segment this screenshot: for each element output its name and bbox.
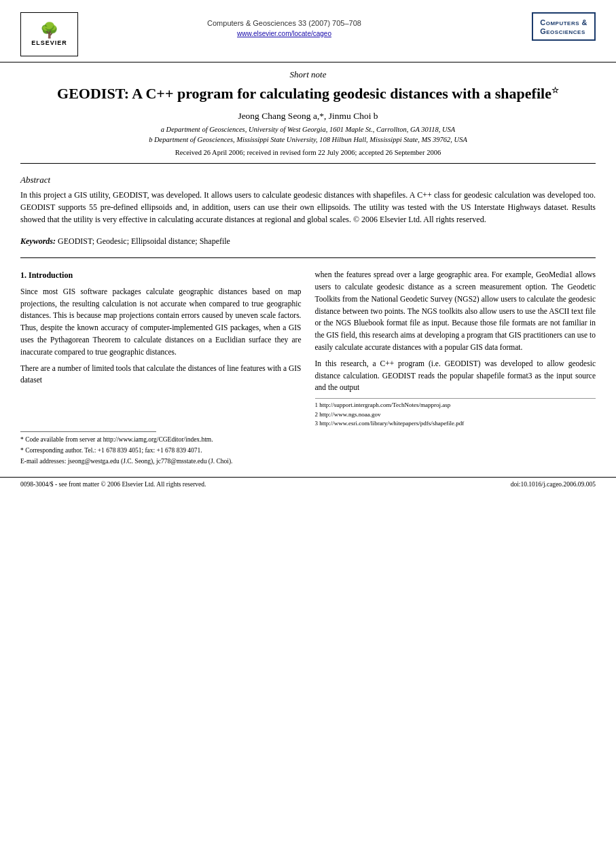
column-left: 1. Introduction Since most GIS software … [20,269,302,429]
authors-text: Jeong Chang Seong a,*, Jinmu Choi b [238,111,378,121]
short-note-label: Short note [0,69,616,80]
header: 🌳 ELSEVIER Computers & Geosciences 33 (2… [0,0,616,62]
title-text: GEODIST: A C++ program for calculating g… [57,85,551,102]
right-paragraph-1: when the features spread over a large ge… [315,269,596,354]
abstract-heading: Abstract [20,175,596,185]
footnotes-area: * Code available from server at http://w… [0,429,616,472]
body-content: 1. Introduction Since most GIS software … [0,264,616,429]
cg-logo-box: Computers & Geosciences [532,12,596,41]
elsevier-logo: 🌳 ELSEVIER [20,12,81,56]
abstract-text: In this project a GIS utility, GEODIST, … [20,189,596,226]
footnote-corresponding: * Corresponding author. Tel.: +1 678 839… [20,446,596,455]
affiliation-b: b Department of Geosciences, Mississippi… [27,135,589,145]
journal-url[interactable]: www.elsevier.com/locate/cageo [81,30,487,37]
article-title: GEODIST: A C++ program for calculating g… [27,84,589,104]
affiliations: a Department of Geosciences, University … [27,124,589,146]
abstract-section: Abstract In this project a GIS utility, … [0,169,616,234]
section1-heading: 1. Introduction [20,269,302,282]
cg-logo: Computers & Geosciences [487,12,596,41]
affiliation-a: a Department of Geosciences, University … [27,124,589,135]
footer-doi: doi:10.1016/j.cageo.2006.09.005 [511,481,596,488]
page-footer: 0098-3004/$ - see front matter © 2006 El… [0,477,616,491]
divider-2 [20,257,596,258]
footnote-code: * Code available from server at http://w… [20,435,596,444]
footer-copyright: 0098-3004/$ - see front matter © 2006 El… [20,481,206,488]
header-center: Computers & Geosciences 33 (2007) 705–70… [81,12,487,37]
keywords-section: Keywords: GEODIST; Geodesic; Ellipsoidal… [0,234,616,252]
keywords-label: Keywords: [20,236,56,246]
journal-name: Computers & Geosciences 33 (2007) 705–70… [81,19,487,27]
footnote-email: E-mail addresses: jseong@westga.edu (J.C… [20,457,596,466]
elsevier-logo-box: 🌳 ELSEVIER [20,12,78,56]
page: 🌳 ELSEVIER Computers & Geosciences 33 (2… [0,0,616,841]
column-right: when the features spread over a large ge… [315,269,596,429]
authors-line: Jeong Chang Seong a,*, Jinmu Choi b [0,111,616,122]
title-star: ☆ [551,86,559,95]
cg-logo-line2: Geosciences [540,27,587,35]
right-footnote-3: 3 http://www.esri.com/library/whitepaper… [315,419,596,429]
abstract-paragraph: In this project a GIS utility, GEODIST, … [20,189,596,226]
left-paragraph-2: There are a number of limited tools that… [20,363,302,387]
right-footnote-1: 1 http://support.intergraph.com/TechNote… [315,401,596,410]
elsevier-label: ELSEVIER [31,39,67,46]
right-footnote-2: 2 http://www.ngs.noaa.gov [315,410,596,420]
keywords-text: GEODIST; Geodesic; Ellipsoidal distance;… [58,236,230,246]
cg-logo-line1: Computers & [540,18,587,27]
received-dates: Received 26 April 2006; received in revi… [0,149,616,156]
right-footnotes: 1 http://support.intergraph.com/TechNote… [315,398,596,429]
divider-1 [20,163,596,164]
footnote-rule [20,431,156,432]
elsevier-tree-icon: 🌳 [40,23,58,38]
right-paragraph-2: In this research, a C++ program (i.e. GE… [315,358,596,394]
left-paragraph-1: Since most GIS software packages calcula… [20,286,302,359]
